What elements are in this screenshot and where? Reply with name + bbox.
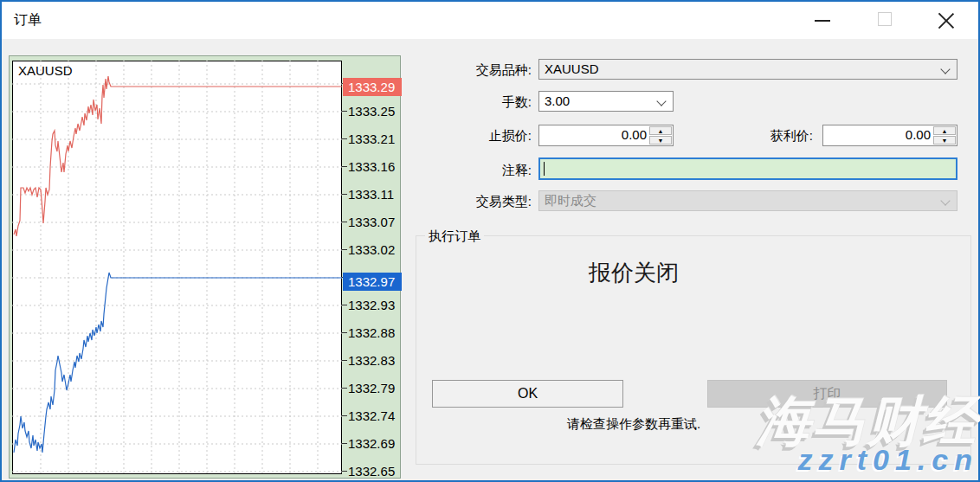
price-scale-tick (342, 443, 347, 444)
volume-label: 手数: (409, 94, 532, 111)
price-scale-label: 1333.02 (348, 241, 400, 259)
price-scale-tick (342, 332, 347, 333)
price-scale-tick (342, 111, 347, 112)
price-scale-label: 1333.21 (348, 131, 400, 148)
order-dialog-window: 订单 XAUUSD 1333.301333.251333.211333.1613… (0, 0, 980, 482)
stop-loss-value: 0.00 (539, 127, 647, 142)
maximize-icon (878, 12, 892, 26)
volume-combo-value: 3.00 (545, 93, 570, 108)
chart-symbol-label: XAUUSD (18, 63, 73, 78)
tick-chart-panel: XAUUSD 1333.301333.251333.211333.161333.… (9, 55, 401, 479)
price-scale-label: 1332.74 (348, 408, 400, 425)
price-scale-label: 1333.25 (348, 103, 400, 120)
order-type-combo: 即时成交 (538, 190, 957, 211)
price-scale-label: 1332.65 (348, 463, 400, 480)
price-scale-label: 1332.69 (348, 435, 400, 453)
close-icon (938, 12, 954, 28)
price-scale-label: 1333.11 (348, 186, 400, 203)
stop-loss-label: 止损价: (409, 128, 532, 145)
price-scale-tick (342, 305, 347, 305)
take-profit-value: 0.00 (823, 127, 931, 142)
take-profit-spin-down-button[interactable]: ▼ (933, 136, 956, 145)
status-text: 请检查操作参数再重试. (417, 416, 850, 433)
stop-loss-input[interactable]: 0.00 ▲ ▼ (538, 125, 674, 146)
price-scale-tick (342, 471, 347, 472)
price-scale-label: 1332.79 (348, 380, 400, 397)
price-scale-tick (342, 166, 347, 167)
close-button[interactable] (926, 2, 966, 36)
chevron-down-icon (940, 64, 950, 74)
price-scale-tick (342, 360, 347, 361)
stop-loss-spin-up-button[interactable]: ▲ (649, 126, 672, 135)
price-scale-label: 1333.07 (348, 214, 400, 231)
price-scale-tick (342, 138, 347, 139)
quotes-closed-message: 报价关闭 (417, 258, 850, 288)
print-button[interactable]: 打印 (707, 380, 947, 408)
order-type-value: 即时成交 (545, 193, 596, 208)
price-scale-label: 1332.93 (348, 297, 400, 314)
text-caret (544, 162, 545, 176)
price-scale-tick (342, 415, 347, 416)
minimize-icon (815, 20, 830, 22)
price-scale-label: 1332.83 (348, 352, 400, 370)
ask-price-badge: 1333.29 (343, 78, 402, 96)
titlebar: 订单 (2, 2, 978, 39)
bid-price-badge: 1332.97 (343, 273, 402, 291)
execution-group-title: 执行订单 (425, 228, 484, 245)
symbol-label: 交易品种: (409, 62, 532, 79)
symbol-combo[interactable]: XAUUSD (538, 59, 957, 80)
symbol-combo-value: XAUUSD (545, 61, 599, 76)
minimize-button[interactable] (803, 2, 842, 36)
stop-loss-spin-down-button[interactable]: ▼ (649, 136, 672, 145)
volume-combo[interactable]: 3.00 (538, 91, 674, 112)
price-scale-tick (342, 388, 347, 389)
maximize-button[interactable] (865, 2, 905, 36)
price-scale-tick (342, 249, 347, 250)
take-profit-spin-up-button[interactable]: ▲ (933, 126, 956, 135)
comment-label: 注释: (409, 163, 532, 179)
ok-button[interactable]: OK (432, 380, 623, 408)
price-scale-tick (342, 222, 347, 222)
take-profit-label: 获利价: (690, 128, 813, 145)
chevron-down-icon (656, 96, 666, 106)
chevron-down-icon (940, 196, 950, 205)
window-title: 订单 (14, 11, 42, 29)
price-scale-label: 1332.88 (348, 325, 400, 342)
price-scale-label: 1333.16 (348, 158, 400, 176)
price-scale-tick (342, 194, 347, 195)
order-type-label: 交易类型: (409, 194, 532, 210)
comment-input[interactable] (538, 157, 957, 180)
take-profit-input[interactable]: 0.00 ▲ ▼ (822, 125, 957, 146)
